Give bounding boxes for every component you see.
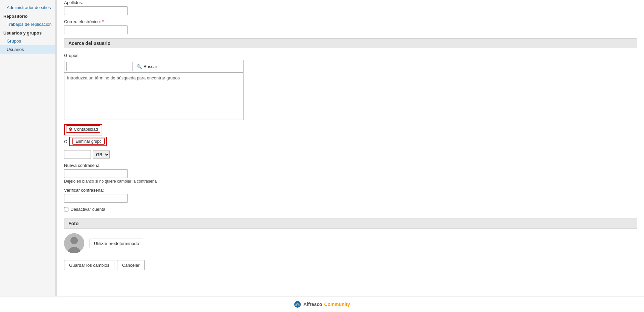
remove-group-button[interactable]: Eliminar grupo — [72, 138, 104, 145]
avatar-svg — [64, 233, 84, 253]
svg-point-6 — [296, 304, 297, 306]
use-default-button[interactable]: Utilizar predeterminado — [90, 239, 143, 248]
sidebar: Administrador de sitios Repositorio Trab… — [0, 0, 55, 296]
verify-password-label: Verificar contraseña: — [64, 188, 637, 193]
remove-group-tooltip-wrapper: Eliminar grupo — [69, 137, 106, 146]
group-tags-area: ⊗ Contabilidad — [64, 124, 637, 135]
svg-point-1 — [70, 237, 78, 244]
verify-password-input[interactable] — [64, 194, 128, 203]
search-icon: 🔍 — [137, 64, 142, 69]
grupos-row: Grupos: 🔍 Buscar Introduzca un término d… — [64, 53, 637, 120]
svg-point-4 — [297, 303, 299, 305]
cancel-button[interactable]: Cancelar — [117, 260, 145, 270]
apellidos-row: Apellidos: — [64, 0, 637, 15]
sidebar-item-repository[interactable]: Repositorio — [0, 12, 55, 20]
email-row: Correo electrónico: * — [64, 19, 637, 34]
group-tag-label: Contabilidad — [74, 127, 98, 132]
deactivate-row: Desactivar cuenta — [64, 207, 637, 212]
save-button[interactable]: Guardar los cambios — [64, 260, 114, 270]
avatar — [64, 233, 84, 253]
apellidos-input[interactable] — [64, 6, 128, 15]
sidebar-item-groups[interactable]: Grupos — [0, 37, 55, 45]
quota-row: GB MB KB — [64, 150, 637, 159]
apellidos-label: Apellidos: — [64, 0, 637, 5]
main-content: Apellidos: Correo electrónico: * Acerca … — [57, 0, 644, 296]
new-password-label: Nueva contraseña: — [64, 163, 637, 168]
email-label: Correo electrónico: * — [64, 19, 637, 24]
group-tag-contabilidad: ⊗ Contabilidad — [66, 125, 100, 133]
sidebar-item-users-groups[interactable]: Usuarios y grupos — [0, 28, 55, 37]
search-button-label: Buscar — [144, 64, 157, 69]
group-tag-x-icon[interactable]: ⊗ — [68, 126, 72, 132]
email-input[interactable] — [64, 25, 128, 34]
groups-search-bar: 🔍 Buscar — [64, 60, 243, 73]
group-tag-contabilidad-wrapper: ⊗ Contabilidad — [64, 124, 102, 135]
photo-area: Utilizar predeterminado — [64, 233, 637, 253]
sidebar-item-usuarios[interactable]: Usuarios — [0, 45, 55, 54]
section-photo-header: Foto — [64, 219, 637, 229]
quota-unit-select[interactable]: GB MB KB — [93, 150, 110, 159]
group-initial: C — [64, 139, 67, 144]
footer-alfresco-text: Alfresco — [303, 302, 322, 307]
footer: Alfresco Community — [0, 296, 644, 312]
deactivate-label: Desactivar cuenta — [70, 207, 105, 212]
email-required-star: * — [102, 19, 104, 24]
groups-search-input[interactable] — [66, 62, 130, 71]
search-button[interactable]: 🔍 Buscar — [132, 62, 161, 71]
groups-results-area: Introduzca un término de búsqueda para e… — [64, 73, 243, 120]
section-about-header: Acerca del usuario — [64, 38, 637, 48]
remove-group-row: C Eliminar grupo — [64, 137, 637, 146]
svg-point-5 — [299, 304, 300, 306]
alfresco-logo — [294, 301, 301, 308]
groups-search-container: 🔍 Buscar Introduzca un término de búsque… — [64, 60, 244, 120]
new-password-row: Nueva contraseña: Déjelo en blanco si no… — [64, 163, 637, 184]
action-buttons: Guardar los cambios Cancelar — [64, 260, 637, 270]
sidebar-item-replication-jobs[interactable]: Trabajos de replicación — [0, 20, 55, 28]
password-hint: Déjelo en blanco si no quiere cambiar la… — [64, 179, 637, 184]
grupos-label: Grupos: — [64, 53, 637, 58]
groups-hint-text: Introduzca un término de búsqueda para e… — [67, 75, 180, 80]
quota-input[interactable] — [64, 150, 91, 159]
deactivate-checkbox[interactable] — [64, 207, 68, 211]
footer-community-text: Community — [324, 302, 350, 307]
verify-password-row: Verificar contraseña: — [64, 188, 637, 203]
new-password-input[interactable] — [64, 169, 128, 178]
sidebar-item-site-admin[interactable]: Administrador de sitios — [0, 3, 55, 12]
